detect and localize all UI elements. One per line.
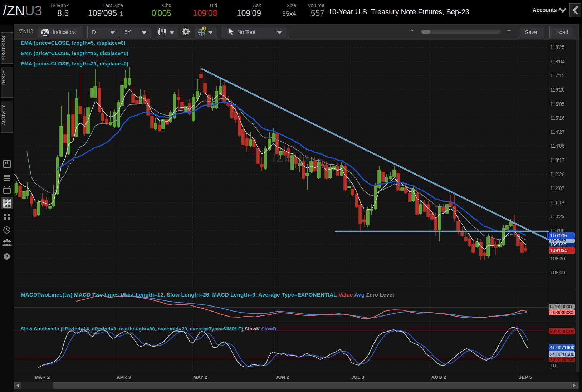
svg-text:80.0000000: 80.0000000 xyxy=(550,329,574,334)
svg-text:118'25: 118'25 xyxy=(550,44,565,50)
svg-text:117'15: 117'15 xyxy=(550,73,565,78)
svg-text:112'07: 112'07 xyxy=(550,185,565,191)
svg-text:SEP 5: SEP 5 xyxy=(518,374,532,380)
svg-text:MAY 2: MAY 2 xyxy=(193,374,207,380)
svg-text:110'29: 110'29 xyxy=(550,214,565,219)
svg-text:110'08: 110'08 xyxy=(550,227,565,233)
svg-text:EMA (price=CLOSE, length=13, d: EMA (price=CLOSE, length=13, displace=0) xyxy=(21,50,128,56)
svg-text:108'09: 108'09 xyxy=(550,270,565,275)
svg-text:-0.3939330: -0.3939330 xyxy=(550,310,573,315)
svg-text:108'30: 108'30 xyxy=(550,256,565,261)
svg-text:JUL 3: JUL 3 xyxy=(351,374,365,380)
svg-text:APR 3: APR 3 xyxy=(117,374,131,380)
svg-text:JUN 2: JUN 2 xyxy=(275,374,289,380)
svg-text:MAR 2: MAR 2 xyxy=(35,374,50,380)
svg-text:115'16: 115'16 xyxy=(550,115,565,121)
svg-text:109'190: 109'190 xyxy=(550,242,566,248)
svg-text:112'28: 112'28 xyxy=(550,171,565,177)
svg-text:EMA (price=CLOSE, length=21, d: EMA (price=CLOSE, length=21, displace=0) xyxy=(21,61,128,67)
svg-text:114'27: 114'27 xyxy=(550,129,565,135)
svg-text:0.0000000: 0.0000000 xyxy=(550,304,572,309)
svg-text:?: ? xyxy=(5,254,8,259)
svg-text:AUG 2: AUG 2 xyxy=(431,374,446,380)
svg-text:41.6971600: 41.6971600 xyxy=(550,345,574,350)
svg-text:111'18: 111'18 xyxy=(550,200,564,205)
svg-text:116'05: 116'05 xyxy=(550,101,565,107)
svg-text:114'06: 114'06 xyxy=(550,143,565,149)
svg-text:20.0000000: 20.0000000 xyxy=(550,357,574,362)
svg-text:24.0601506: 24.0601506 xyxy=(550,352,574,357)
svg-text:10: 10 xyxy=(550,363,556,368)
svg-text:109'095: 109'095 xyxy=(550,248,568,253)
svg-text:113'17: 113'17 xyxy=(550,157,565,163)
svg-text:118'04: 118'04 xyxy=(550,59,565,64)
svg-text:MACDTwoLines(tw) MACD Two Line: MACDTwoLines(tw) MACD Two Lines (Fast Le… xyxy=(21,291,394,298)
svg-text:116'26: 116'26 xyxy=(550,87,565,93)
svg-text:Slow Stochastic (kPeriod=14, d: Slow Stochastic (kPeriod=14, dPeriod=3, … xyxy=(21,326,277,332)
svg-text:EMA (price=CLOSE, length=5, di: EMA (price=CLOSE, length=5, displace=0) xyxy=(21,40,126,46)
svg-text:110'005: 110'005 xyxy=(550,233,567,239)
